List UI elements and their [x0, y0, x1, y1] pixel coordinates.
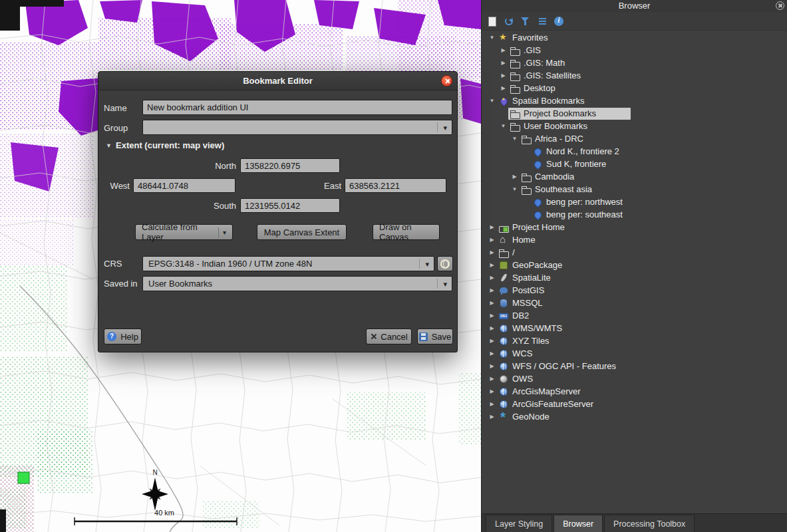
- tree-item-xyz-tiles[interactable]: ▶XYZ Tiles: [482, 334, 787, 347]
- expander-closed-icon[interactable]: ▶: [487, 262, 497, 268]
- expander-closed-icon[interactable]: ▶: [487, 376, 497, 382]
- expander-closed-icon[interactable]: ▶: [487, 325, 497, 331]
- expander-open-icon[interactable]: ▼: [498, 123, 508, 129]
- filter-icon[interactable]: [520, 16, 531, 27]
- tree-item-beng-per-southeast[interactable]: beng per: southeast: [482, 208, 787, 221]
- expander-open-icon[interactable]: ▼: [510, 136, 520, 142]
- group-dropdown[interactable]: [142, 120, 452, 135]
- tree-item-[interactable]: ▶/: [482, 246, 787, 259]
- dialog-close-button[interactable]: [441, 75, 452, 86]
- tree-item-wcs[interactable]: ▶WCS: [482, 347, 787, 360]
- expander-closed-icon[interactable]: ▶: [498, 72, 508, 78]
- tree-item-nord-k-frontiere-2[interactable]: Nord K., frontiere 2: [482, 145, 787, 158]
- help-button[interactable]: Help: [104, 329, 142, 344]
- tree-item-wms-wmts[interactable]: ▶WMS/WMTS: [482, 322, 787, 334]
- tree-item-gis-satellites[interactable]: ▶.GIS: Satellites: [482, 69, 787, 82]
- name-label: Name: [104, 103, 127, 114]
- expander-closed-icon[interactable]: ▶: [487, 388, 497, 394]
- crs-dropdown[interactable]: EPSG:3148 - Indian 1960 / UTM zone 48N: [142, 256, 434, 271]
- scale-bar-label: 40 km: [154, 509, 174, 517]
- expander-closed-icon[interactable]: ▶: [498, 60, 508, 66]
- east-input[interactable]: [345, 178, 446, 193]
- expander-closed-icon[interactable]: ▶: [487, 363, 497, 369]
- tree-item-spatialite[interactable]: ▶SpatiaLite: [482, 271, 787, 284]
- expander-closed-icon[interactable]: ▶: [487, 401, 497, 407]
- tree-item-southeast-asia[interactable]: ▼Southeast asia: [482, 183, 787, 196]
- tree-item-postgis[interactable]: ▶PostGIS: [482, 284, 787, 297]
- tab-layer-styling[interactable]: Layer Styling: [486, 515, 552, 532]
- expander-closed-icon[interactable]: ▶: [510, 174, 520, 180]
- expander-closed-icon[interactable]: ▶: [487, 275, 497, 281]
- east-label: East: [308, 181, 341, 192]
- extent-section-header[interactable]: Extent (current: map view): [116, 140, 224, 150]
- extent-collapse-icon[interactable]: ▼: [106, 142, 112, 149]
- north-input[interactable]: [240, 158, 340, 173]
- tree-item-gis[interactable]: ▶.GIS: [482, 44, 787, 57]
- south-input[interactable]: [240, 198, 340, 213]
- document-icon[interactable]: [487, 16, 498, 27]
- tree-item-label: GeoPackage: [512, 259, 562, 271]
- crs-picker-button[interactable]: [437, 256, 453, 271]
- collapse-all-icon[interactable]: [537, 16, 548, 27]
- tree-item-cambodia[interactable]: ▶Cambodia: [482, 170, 787, 183]
- expander-closed-icon[interactable]: ▶: [498, 47, 508, 53]
- tree-item-project-home[interactable]: ▶Project Home: [482, 221, 787, 233]
- db2-icon: [499, 311, 508, 321]
- expander-closed-icon[interactable]: ▶: [487, 287, 497, 293]
- saved-in-dropdown[interactable]: User Bookmarks: [142, 276, 452, 291]
- tab-browser[interactable]: Browser: [553, 515, 603, 532]
- expander-closed-icon[interactable]: ▶: [487, 300, 497, 306]
- cancel-button[interactable]: Cancel: [366, 329, 412, 344]
- tree-item-ows[interactable]: ▶OWS: [482, 372, 787, 385]
- tree-item-home[interactable]: ▶Home: [482, 233, 787, 246]
- tree-item-mssql[interactable]: ▶MSSQL: [482, 297, 787, 309]
- expander-closed-icon[interactable]: ▶: [487, 224, 497, 230]
- tree-item-geopackage[interactable]: ▶GeoPackage: [482, 259, 787, 271]
- bookmark-icon: [533, 198, 542, 207]
- map-canvas-extent-button[interactable]: Map Canvas Extent: [257, 224, 347, 240]
- west-label: West: [98, 181, 130, 192]
- tree-item-gis-math[interactable]: ▶.GIS: Math: [482, 57, 787, 69]
- tree-item-sud-k-frontiere[interactable]: Sud K, frontiere: [482, 158, 787, 170]
- tree-item-user-bookmarks[interactable]: ▼User Bookmarks: [482, 120, 787, 132]
- selection-marker[interactable]: [18, 472, 29, 483]
- dialog-title-bar[interactable]: Bookmark Editor: [98, 72, 457, 90]
- panel-close-button[interactable]: [776, 1, 784, 10]
- tree-item-arcgismapserver[interactable]: ▶ArcGisMapServer: [482, 385, 787, 398]
- tree-item-label: /: [512, 246, 515, 259]
- expander-closed-icon[interactable]: ▶: [487, 414, 497, 420]
- tree-item-spatial-bookmarks[interactable]: ▼Spatial Bookmarks: [482, 94, 787, 107]
- folder-icon: [510, 122, 520, 131]
- north-label: North: [198, 161, 236, 172]
- expander-open-icon[interactable]: ▼: [510, 186, 520, 192]
- tree-item-db2[interactable]: ▶DB2: [482, 309, 787, 322]
- expander-closed-icon[interactable]: ▶: [498, 85, 508, 91]
- folder-icon: [499, 248, 508, 257]
- tree-item-geonode[interactable]: ▶GeoNode: [482, 410, 787, 423]
- save-button-label: Save: [432, 332, 452, 342]
- name-input[interactable]: [142, 100, 452, 115]
- save-button[interactable]: Save: [417, 329, 453, 344]
- tree-item-project-bookmarks[interactable]: Project Bookmarks: [482, 107, 787, 120]
- tree-item-arcgisfeatureserver[interactable]: ▶ArcGisFeatureServer: [482, 398, 787, 410]
- expander-closed-icon[interactable]: ▶: [487, 249, 497, 255]
- expander-closed-icon[interactable]: ▶: [487, 350, 497, 356]
- expander-open-icon[interactable]: ▼: [487, 98, 497, 104]
- refresh-icon[interactable]: [504, 16, 514, 27]
- west-input[interactable]: [133, 178, 236, 193]
- tree-item-favorites[interactable]: ▼Favorites: [482, 31, 787, 44]
- properties-icon[interactable]: [553, 16, 564, 27]
- tree-item-desktop[interactable]: ▶Desktop: [482, 82, 787, 94]
- saved-in-label: Saved in: [104, 279, 138, 289]
- tree-item-wfs-ogc-api-features[interactable]: ▶WFS / OGC API - Features: [482, 360, 787, 372]
- globe-icon: [499, 387, 508, 396]
- expander-closed-icon[interactable]: ▶: [487, 237, 497, 243]
- tree-item-africa-drc[interactable]: ▼Africa - DRC: [482, 132, 787, 145]
- tab-processing-toolbox[interactable]: Processing Toolbox: [604, 515, 695, 532]
- tree-item-beng-per-northwest[interactable]: beng per: northwest: [482, 196, 787, 208]
- expander-closed-icon[interactable]: ▶: [487, 313, 497, 319]
- expander-open-icon[interactable]: ▼: [487, 35, 497, 41]
- calculate-from-layer-button[interactable]: Calculate from Layer ▾: [135, 224, 233, 240]
- draw-on-canvas-button[interactable]: Draw on Canvas: [373, 224, 440, 240]
- expander-closed-icon[interactable]: ▶: [487, 338, 497, 344]
